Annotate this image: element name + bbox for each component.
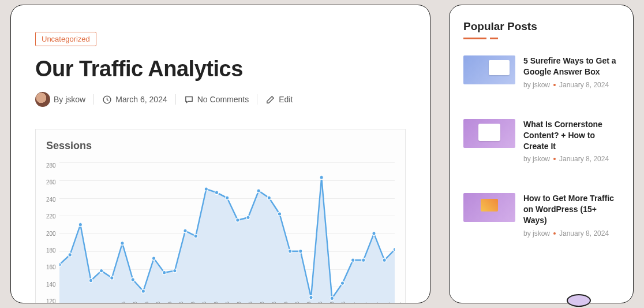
- post-meta: by jskow January 8, 2024: [523, 155, 619, 163]
- svg-point-10: [152, 257, 155, 261]
- clock-icon: [102, 95, 112, 105]
- post-date: January 8, 2024: [559, 155, 609, 163]
- svg-point-33: [393, 247, 395, 251]
- list-item[interactable]: How to Get More Traffic on WordPress (15…: [463, 193, 619, 238]
- popular-posts-panel: Popular Posts 5 Surefire Ways to Get a G…: [449, 5, 634, 303]
- post-date: March 6, 2024: [115, 95, 167, 104]
- comment-icon: [184, 95, 194, 105]
- svg-point-25: [309, 295, 313, 299]
- meta-divider: [257, 94, 257, 105]
- post-author: by jskow: [523, 155, 550, 163]
- article-panel: Uncategorized Our Traffic Analytics By j…: [10, 5, 430, 303]
- post-title: Our Traffic Analytics: [35, 57, 406, 81]
- svg-point-7: [121, 242, 124, 246]
- svg-point-12: [173, 269, 176, 273]
- svg-point-9: [141, 290, 145, 294]
- edit-icon: [265, 95, 275, 105]
- svg-point-29: [351, 258, 354, 262]
- author-meta[interactable]: By jskow: [35, 92, 85, 107]
- svg-point-2: [68, 253, 72, 257]
- dot-icon: [553, 232, 556, 235]
- svg-point-17: [225, 196, 229, 200]
- svg-point-30: [361, 258, 365, 262]
- post-thumbnail: [463, 55, 515, 84]
- svg-point-16: [215, 191, 218, 195]
- post-link[interactable]: How to Get More Traffic on WordPress (15…: [523, 193, 619, 226]
- post-date: January 8, 2024: [559, 229, 609, 238]
- edit-link[interactable]: Edit: [265, 95, 293, 105]
- svg-point-11: [162, 270, 166, 274]
- svg-point-13: [184, 229, 187, 233]
- title-underline: [463, 38, 619, 39]
- list-item[interactable]: 5 Surefire Ways to Get a Google Answer B…: [463, 55, 619, 89]
- comments-meta[interactable]: No Comments: [184, 95, 249, 105]
- svg-point-26: [320, 176, 323, 180]
- svg-point-1: [59, 263, 61, 267]
- svg-point-15: [204, 187, 208, 191]
- sidebar-title: Popular Posts: [463, 20, 619, 33]
- comments-label: No Comments: [197, 95, 249, 104]
- chart-y-axis: 280260240220200180160140120: [46, 162, 59, 303]
- svg-point-6: [110, 276, 113, 280]
- avatar: [35, 92, 50, 107]
- post-link[interactable]: 5 Surefire Ways to Get a Google Answer B…: [523, 55, 619, 77]
- svg-point-18: [235, 218, 239, 222]
- meta-divider: [175, 94, 176, 105]
- svg-point-28: [340, 281, 344, 285]
- author-byline: By jskow: [54, 95, 85, 104]
- post-date: January 8, 2024: [559, 81, 609, 89]
- post-author: by jskow: [523, 81, 550, 89]
- post-author: by jskow: [523, 229, 550, 238]
- decorative-blob: [567, 294, 591, 307]
- post-meta: by jskow January 8, 2024: [523, 229, 619, 238]
- svg-point-22: [278, 212, 281, 216]
- svg-point-14: [194, 234, 197, 238]
- svg-point-19: [246, 216, 250, 220]
- svg-point-24: [298, 249, 302, 253]
- meta-divider: [93, 94, 94, 105]
- svg-point-23: [288, 249, 291, 253]
- svg-point-3: [78, 222, 82, 227]
- post-thumbnail: [463, 119, 515, 148]
- svg-point-5: [99, 269, 103, 273]
- date-meta: March 6, 2024: [102, 95, 167, 105]
- chart-title: Sessions: [46, 140, 395, 152]
- post-link[interactable]: What Is Cornerstone Content? + How to Cr…: [523, 119, 619, 152]
- chart-plot: 5 Feb6 Feb7 Feb8 Feb9 Feb10 Feb11 Feb12 …: [59, 162, 395, 303]
- dot-icon: [553, 84, 556, 86]
- svg-point-4: [89, 279, 92, 283]
- post-thumbnail: [463, 193, 515, 222]
- list-item[interactable]: What Is Cornerstone Content? + How to Cr…: [463, 119, 619, 164]
- svg-point-20: [257, 189, 260, 193]
- post-meta-row: By jskow March 6, 2024 No Comments: [35, 92, 406, 107]
- sessions-chart: Sessions 280260240220200180160140120 5 F…: [35, 129, 406, 303]
- category-tag[interactable]: Uncategorized: [35, 32, 96, 46]
- dot-icon: [553, 158, 556, 160]
- svg-point-31: [372, 232, 376, 236]
- edit-label: Edit: [279, 95, 293, 104]
- svg-point-8: [131, 278, 134, 282]
- svg-point-32: [383, 258, 386, 262]
- svg-point-21: [267, 196, 271, 200]
- post-meta: by jskow January 8, 2024: [523, 81, 619, 89]
